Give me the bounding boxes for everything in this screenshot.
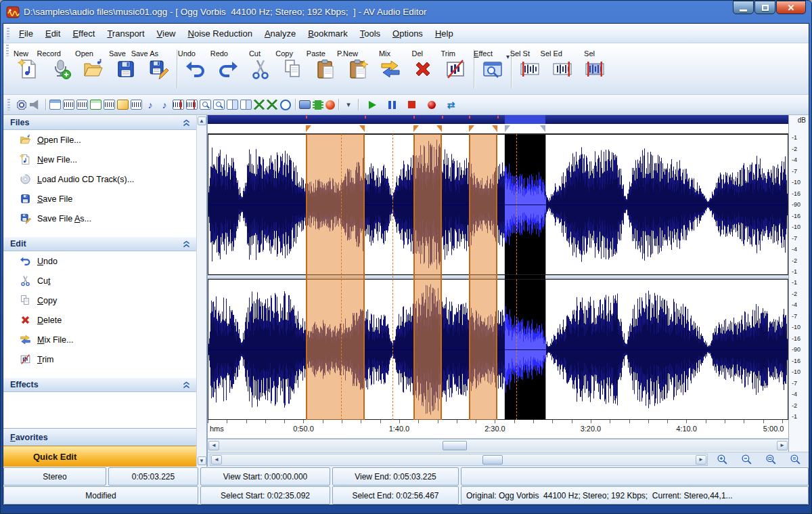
loop-button[interactable] bbox=[443, 98, 459, 111]
mark-icon[interactable] bbox=[186, 100, 198, 110]
small-toolbar-grip-handle[interactable] bbox=[7, 99, 10, 110]
scissors-icon[interactable] bbox=[267, 100, 277, 110]
selection-flag[interactable] bbox=[540, 125, 545, 132]
clock-icon[interactable] bbox=[279, 100, 292, 110]
sidebar-item-copy[interactable]: Copy bbox=[3, 291, 196, 310]
marker-ruler[interactable] bbox=[208, 124, 788, 134]
film-icon[interactable] bbox=[313, 100, 323, 110]
image-icon[interactable] bbox=[117, 100, 129, 110]
close-button[interactable]: ✕ bbox=[776, 1, 806, 14]
menu-effect[interactable]: Effect bbox=[66, 26, 101, 41]
minimize-button[interactable] bbox=[733, 1, 754, 14]
pane-icon[interactable] bbox=[49, 100, 61, 110]
monitor-icon[interactable] bbox=[299, 100, 311, 109]
scroll-left-arrow[interactable]: ◄ bbox=[211, 455, 222, 465]
waveform-scrollbar[interactable]: ◄ ► bbox=[208, 439, 788, 451]
scroll-right-arrow[interactable]: ► bbox=[696, 455, 706, 465]
sidebar-scrollbar[interactable]: ▲ ▼ bbox=[196, 115, 206, 467]
scroll-left-arrow[interactable]: ◄ bbox=[208, 441, 219, 450]
secondary-scrollbar[interactable]: ◄ ► bbox=[210, 454, 708, 466]
region-flag[interactable] bbox=[492, 125, 497, 132]
scroll-down-arrow[interactable]: ▼ bbox=[198, 456, 206, 465]
menu-edit[interactable]: Edit bbox=[39, 26, 66, 41]
pause-button[interactable] bbox=[384, 98, 400, 111]
panel-header-edit[interactable]: Edit bbox=[3, 236, 196, 251]
copy-button[interactable]: Copy bbox=[277, 45, 309, 93]
play-button[interactable] bbox=[365, 98, 380, 111]
select-end-button[interactable]: Sel Ed bbox=[546, 45, 579, 93]
zoom-icon[interactable] bbox=[200, 100, 211, 110]
record-button[interactable] bbox=[424, 98, 439, 111]
mix-button[interactable]: Mix bbox=[374, 45, 407, 93]
cd-icon[interactable] bbox=[16, 100, 28, 110]
delete-button[interactable]: Del bbox=[407, 45, 439, 93]
timeline-ruler[interactable]: hms 0:50.01:40.02:30.03:20.04:10.05:00.0 bbox=[208, 420, 788, 439]
region-flag[interactable] bbox=[413, 125, 419, 132]
collapse-chevron-icon[interactable] bbox=[182, 240, 191, 249]
wave-icon[interactable] bbox=[131, 100, 142, 110]
region-flag[interactable] bbox=[436, 125, 442, 132]
sidebar-item-save-file-as[interactable]: Save File As... bbox=[3, 209, 196, 228]
dropdown-icon[interactable] bbox=[342, 100, 355, 110]
wave-icon[interactable] bbox=[63, 100, 74, 110]
sidebar-item-load-cd[interactable]: Load Audio CD Track(s)... bbox=[3, 169, 196, 189]
menu-tools[interactable]: Tools bbox=[354, 26, 386, 41]
sidebar-item-new-file[interactable]: New File... bbox=[3, 150, 196, 169]
scroll-up-arrow[interactable]: ▲ bbox=[198, 116, 206, 125]
menu-help[interactable]: Help bbox=[429, 26, 459, 41]
zoom-out-button[interactable] bbox=[738, 453, 755, 466]
collapse-chevron-icon[interactable] bbox=[182, 119, 191, 127]
wave-icon[interactable] bbox=[104, 100, 115, 110]
split-icon[interactable] bbox=[240, 100, 252, 110]
effect-dropdown-arrow[interactable]: ▾ bbox=[506, 53, 510, 60]
menu-bookmark[interactable]: Bookmark bbox=[302, 26, 354, 41]
select-all-button[interactable]: Sel bbox=[579, 45, 611, 93]
wave-icon[interactable] bbox=[76, 100, 88, 110]
menu-options[interactable]: Options bbox=[386, 26, 429, 41]
overview-bar[interactable] bbox=[208, 115, 788, 124]
zoom-in-button[interactable] bbox=[713, 453, 731, 466]
sidebar-item-cut[interactable]: Cut bbox=[3, 271, 196, 291]
favorites-bar[interactable]: Favorites bbox=[3, 428, 196, 446]
speaker-icon[interactable] bbox=[30, 100, 42, 110]
zoom-icon[interactable] bbox=[213, 100, 225, 110]
redo-button[interactable]: Redo bbox=[212, 45, 244, 93]
maximize-button[interactable] bbox=[754, 1, 775, 14]
record-ball-icon[interactable] bbox=[325, 100, 335, 110]
sidebar-item-trim[interactable]: Trim bbox=[3, 349, 196, 369]
waveform-channel-right[interactable] bbox=[208, 279, 788, 420]
sidebar-item-open-file[interactable]: Open File... bbox=[3, 130, 196, 150]
menu-grip-handle[interactable] bbox=[7, 28, 9, 39]
collapse-chevron-icon[interactable] bbox=[182, 381, 191, 389]
selection-flag[interactable] bbox=[505, 125, 510, 132]
open-button[interactable]: Open bbox=[77, 45, 110, 93]
scrollbar-track[interactable] bbox=[222, 455, 696, 465]
scroll-right-arrow[interactable]: ► bbox=[777, 441, 788, 450]
region-flag[interactable] bbox=[306, 125, 311, 132]
sidebar-item-mix-file[interactable]: Mix File... bbox=[3, 330, 196, 349]
waveform-channel-left[interactable] bbox=[208, 134, 788, 275]
title-bar[interactable]: D:\samples\audio files\music01.ogg - [ O… bbox=[3, 1, 809, 23]
zoom-selection-button[interactable] bbox=[762, 453, 780, 466]
sidebar-item-delete[interactable]: Delete bbox=[3, 310, 196, 330]
scissors-icon[interactable] bbox=[254, 100, 265, 110]
green-icon[interactable] bbox=[90, 100, 102, 110]
cut-button[interactable]: Cut bbox=[244, 45, 277, 93]
menu-view[interactable]: View bbox=[151, 26, 182, 41]
zoom-all-button[interactable] bbox=[786, 453, 804, 466]
undo-button[interactable]: Undo bbox=[179, 45, 212, 93]
note-icon[interactable] bbox=[158, 100, 171, 110]
menu-file[interactable]: File bbox=[13, 26, 39, 41]
toolbar-grip-handle[interactable] bbox=[6, 45, 9, 56]
effect-button[interactable]: Effect▾ bbox=[476, 45, 509, 93]
menu-noise-reduction[interactable]: Noise Reduction bbox=[182, 26, 258, 41]
quick-edit-bar[interactable]: Quick Edit bbox=[3, 446, 196, 467]
split-icon[interactable] bbox=[227, 100, 238, 110]
mark-icon[interactable] bbox=[173, 100, 184, 110]
scrollbar-track[interactable] bbox=[219, 441, 777, 450]
region-flag[interactable] bbox=[359, 125, 365, 132]
note-icon[interactable] bbox=[144, 100, 156, 110]
scrollbar-thumb[interactable] bbox=[443, 441, 467, 450]
scrollbar-thumb[interactable] bbox=[482, 455, 503, 465]
save-as-button[interactable]: Save As bbox=[142, 45, 175, 93]
